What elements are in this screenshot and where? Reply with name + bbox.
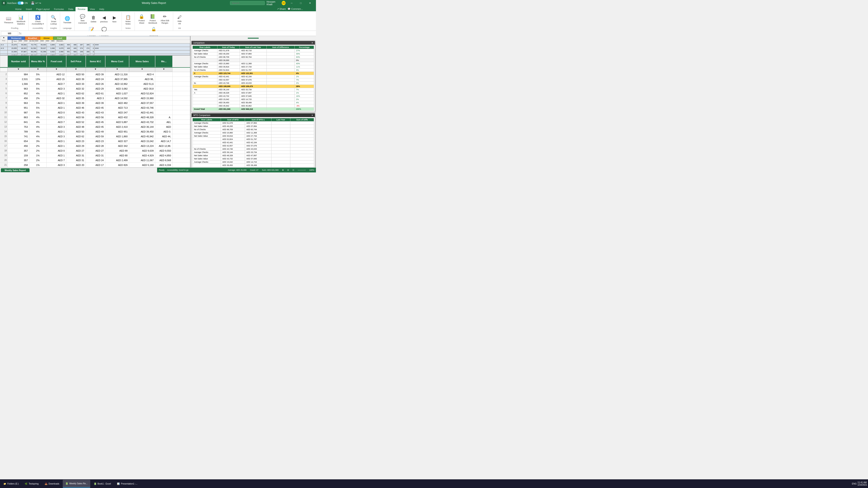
name-box[interactable]: [1, 31, 18, 36]
filter-me[interactable]: ▼: [155, 68, 173, 72]
table-row[interactable]: 8 963 5% AED 1 AED 39 AED 39 AED 482 AED…: [0, 101, 190, 105]
autosave-label: AutoSave: [7, 2, 17, 4]
table-row[interactable]: 12 841 4% AED 7 AED 52 AED 45 AED 5,887 …: [0, 120, 190, 125]
table-row[interactable]: 4 1,566 8% AED 7 AED 33 AED 26 AED 10,96…: [0, 82, 190, 86]
status-accessibility: Accessibility: Good to go: [167, 169, 189, 171]
pivot-window-2: MTD Comparison ✕ Row Labels Sum of MTD S…: [191, 113, 315, 167]
sheet-tab-weekly[interactable]: Weekly Sales Report: [1, 168, 30, 172]
table-row: No of ChecksAED 98,709AED 60,744: [193, 128, 314, 131]
table-row[interactable]: 5 963 5% AED 3 AED 32 AED 29 AED 3,082 A…: [0, 86, 190, 91]
tab-insert[interactable]: Insert: [24, 7, 34, 11]
table-row[interactable]: 3 2,531 13% AED 15 AED 39 AED 24 AED 37,…: [0, 77, 190, 82]
ribbon-group-proofing: 📖 Thesaurus 📊 WorkbookStatistics Proofin…: [1, 12, 29, 31]
filter-food-cost[interactable]: ▼: [46, 68, 66, 72]
ribbon: 📖 Thesaurus 📊 WorkbookStatistics Proofin…: [0, 11, 316, 31]
minimize-btn[interactable]: ─: [287, 0, 296, 6]
table-row: CAED 123,744AED 122,3014%: [193, 72, 314, 75]
delete-comment-btn[interactable]: 🗑 Delete: [89, 14, 98, 24]
table-row[interactable]: 2 984 5% AED 12 AED 50 AED 39 AED 11,316…: [0, 72, 190, 77]
table-row[interactable]: 18 357 2% AED 0 AED 27 AED 27 AED 89 AED…: [0, 148, 190, 153]
table-row[interactable]: 10 987 5% AED 0 AED 43 AED 43 AED 247 AE…: [0, 110, 190, 115]
zoom-slider[interactable]: ─────○: [298, 169, 306, 171]
previous-comment-btn[interactable]: ◀ previous: [99, 14, 109, 24]
table-row: Average ChecksAED 15,042AED 14,715: [193, 161, 314, 164]
notes-btn[interactable]: 📋 NotesNotes: [123, 14, 132, 26]
table-row[interactable]: 6 852 4% AED 1 AED 62 AED 61 AED 1,027 A…: [0, 91, 190, 96]
autosave-toggle[interactable]: [18, 2, 24, 5]
smart-lookup-btn[interactable]: 🔍 SmartLookup: [49, 14, 58, 26]
table-row: AED 39,450AED 38,4994%: [193, 101, 314, 104]
table-row[interactable]: 7 456 2% AED 32 AED 35 AED 3 AED 14,592 …: [0, 96, 190, 101]
view-normal-icon[interactable]: ⊞: [282, 169, 284, 171]
filter-menu-cost[interactable]: ▼: [105, 68, 129, 72]
formula-bar: fx: [0, 31, 316, 36]
ribbon-group-language: 🌐 Translate Language: [60, 12, 74, 31]
table-row[interactable]: 15 741 4% AED 3 AED 62 AED 59 AED 1,860 …: [0, 134, 190, 139]
tab-review[interactable]: Review: [75, 7, 88, 11]
table-row: AED 108,000AED 109,47928%: [193, 85, 314, 88]
tab-help[interactable]: Help: [97, 7, 106, 11]
status-count: Count: 27: [250, 169, 258, 171]
pivot-col-lastyear: Sum of Last Year: [240, 46, 267, 49]
tab-home[interactable]: Home: [13, 7, 24, 11]
share-btn[interactable]: ↗ Share: [277, 8, 286, 10]
filter-number-sold[interactable]: ▼: [8, 68, 29, 72]
search-box[interactable]: [230, 1, 265, 5]
table-row: AED 15,042AED 14,7152%: [193, 98, 314, 101]
view-layout-icon[interactable]: ⊟: [287, 169, 289, 171]
check-accessibility-btn[interactable]: ♿ CheckAccessibility ▾: [30, 14, 45, 26]
thesaurus-btn[interactable]: 📖 Thesaurus: [3, 15, 14, 25]
close-btn[interactable]: ✕: [306, 0, 314, 6]
next-comment-btn[interactable]: ▶ Next: [110, 14, 119, 24]
title-bar: X AutoSave ON 💾 ↩ ↪ Weekly Sales Report …: [0, 0, 316, 6]
table-row: Average ChecksAED 36,144AED 33,734: [193, 151, 314, 154]
table-row: AED 42,557AED 37,076: [193, 144, 314, 148]
hide-ink-btn[interactable]: 🖊 HideInk: [175, 14, 184, 26]
table-row[interactable]: 17 456 2% AED 1 AED 29 AED 28 AED 342 AE…: [0, 143, 190, 148]
table-row[interactable]: 13 753 4% AED 3 AED 48 AED 45 AED 2,410 …: [0, 125, 190, 129]
protect-sheet-btn[interactable]: 🔒 ProtectSheet: [137, 13, 146, 25]
filter-menu-sales[interactable]: ▼: [129, 68, 155, 72]
tab-formulas[interactable]: Formulas: [52, 7, 66, 11]
pivot-title-2: MTD Comparison ✕: [192, 113, 315, 117]
status-sum: Sum: AED 631,569: [262, 169, 279, 171]
protect-workbook-btn[interactable]: 📗 ProtectWorkbook: [147, 13, 158, 25]
comments-btn[interactable]: 💬 Commen...: [287, 8, 303, 10]
table-row: Average ChecksAED 42,441AED 42,1941%: [193, 75, 314, 78]
user-name: Hossam Khalil: [267, 0, 280, 6]
tab-data[interactable]: Data: [66, 7, 75, 11]
table-row[interactable]: 19 159 1% AED 1 AED 31 AED 31 AED 80 AED…: [0, 153, 190, 158]
filter-items-mc[interactable]: ▼: [86, 68, 105, 72]
excel-icon: X: [2, 1, 6, 5]
tab-view[interactable]: View: [88, 7, 97, 11]
title-bar-left: X AutoSave ON 💾 ↩ ↪: [2, 1, 78, 5]
filter-sell-price[interactable]: ▼: [66, 68, 86, 72]
filename: Weekly Sales Report: [142, 2, 166, 5]
tab-page-layout[interactable]: Page Layout: [34, 7, 52, 11]
translate-btn[interactable]: 🌐 Translate: [62, 15, 72, 25]
new-comment-btn[interactable]: 💬 NewComment: [77, 13, 88, 25]
formula-input[interactable]: [22, 31, 315, 36]
pivot-table-2: Row Labels Sum of MTD Sum of MTD-1 Last …: [192, 118, 314, 167]
table-row: Net Sales ValueAED 30,816AED 27,73411%: [193, 65, 314, 69]
zoom-level: 100%: [309, 169, 314, 171]
accessibility-label: Accessibility: [33, 27, 43, 30]
view-page-break-icon[interactable]: ⊡: [292, 169, 294, 171]
table-row[interactable]: 9 951 5% AED 1 AED 46 AED 45 AED 713 AED…: [0, 105, 190, 110]
table-row: Average ChecksAED 15,960AED 11,36840%: [193, 62, 314, 65]
table-row[interactable]: 11 863 4% AED 1 AED 56 AED 56 AED 432 AE…: [0, 115, 190, 120]
table-row: AED 30,0000%: [193, 59, 314, 62]
table-row: AAED 48,328AED 47,8971%: [193, 91, 314, 95]
table-row: AED 43,732AED 37,84516%: [193, 95, 314, 98]
table-row[interactable]: 14 789 4% AED 1 AED 50 AED 49 AED 951 AE…: [0, 129, 190, 134]
table-row[interactable]: 16 654 3% AED 1 AED 23 AED 23 AED 327 AE…: [0, 139, 190, 143]
ribbon-group-comments: 💬 NewComment 🗑 Delete ◀ previous ▶ Next …: [75, 12, 122, 31]
allow-edit-btn[interactable]: ✏ Allow EditRanges: [159, 13, 170, 25]
workbook-statistics-btn[interactable]: 📊 WorkbookStatistics: [16, 14, 27, 26]
table-row[interactable]: 21 258 1% AED 3 AED 20 AED 17 AED 826 AE…: [0, 163, 190, 167]
maximize-btn[interactable]: □: [297, 0, 305, 6]
table-row: No of ChecksAED 52,824AED 51,7973%: [193, 69, 314, 72]
table-row[interactable]: 20 357 2% AED 7 AED 31 AED 24 AED 2,499 …: [0, 158, 190, 163]
filter-menu-mix[interactable]: ▼: [29, 68, 46, 72]
table-row: Average ChecksAED 51,678AED 37,884: [193, 122, 314, 125]
